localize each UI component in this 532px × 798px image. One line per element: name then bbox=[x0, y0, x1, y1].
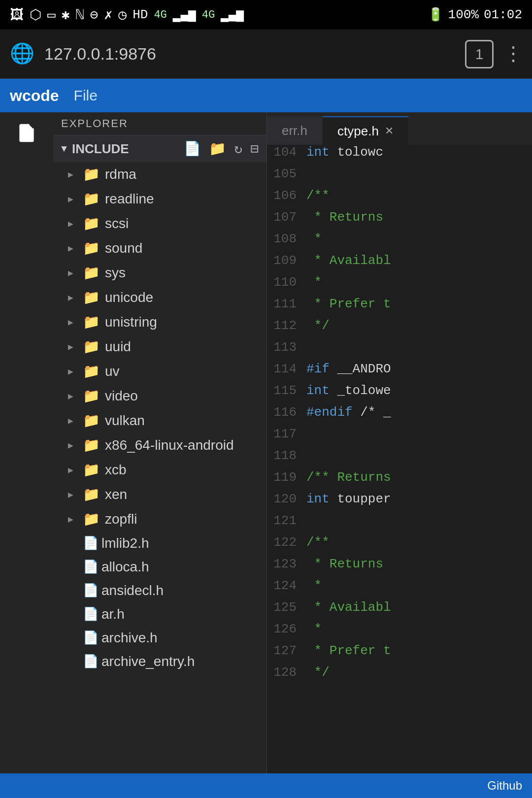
chevron-icon: ▶ bbox=[68, 489, 78, 500]
folder-item-rdma[interactable]: ▶ 📁 rdma bbox=[53, 162, 266, 187]
code-line-109: 109 * Availabl bbox=[267, 253, 532, 275]
status-bar-right: 🔋 100% 01:02 bbox=[428, 7, 522, 23]
chevron-icon: ▶ bbox=[68, 169, 78, 180]
close-icon[interactable]: ✕ bbox=[385, 125, 394, 137]
tablet-icon: ▭ bbox=[47, 6, 56, 23]
file-label: archive_entry.h bbox=[101, 654, 195, 669]
folder-item-x86_64-linux-android[interactable]: ▶ 📁 x86_64-linux-android bbox=[53, 433, 266, 458]
file-item-allocah[interactable]: 📄 alloca.h bbox=[53, 555, 266, 579]
file-tree: ▶ 📁 rdma ▶ 📁 readline ▶ 📁 scsi ▶ 📁 sound… bbox=[53, 162, 266, 773]
folder-item-sys[interactable]: ▶ 📁 sys bbox=[53, 261, 266, 285]
refresh-icon[interactable]: ↻ bbox=[234, 140, 242, 157]
battery-percent: 100% bbox=[448, 7, 479, 22]
code-line-126: 126 * bbox=[267, 622, 532, 643]
code-line-105: 105 bbox=[267, 166, 532, 188]
explorer-icon[interactable] bbox=[16, 122, 37, 150]
include-chevron[interactable]: ▼ bbox=[61, 143, 67, 155]
file-item-lmlib2h[interactable]: 📄 lmlib2.h bbox=[53, 532, 266, 555]
code-line-122: 122 /** bbox=[267, 535, 532, 557]
folder-item-uv[interactable]: ▶ 📁 uv bbox=[53, 359, 266, 384]
folder-label: scsi bbox=[105, 216, 129, 232]
code-editor[interactable]: 104 int tolowc 105 106 /** 107 * Returns… bbox=[267, 145, 532, 773]
explorer-header: EXPLORER bbox=[53, 112, 266, 135]
browser-menu[interactable]: ⋮ bbox=[503, 42, 522, 66]
code-line-110: 110 * bbox=[267, 275, 532, 297]
nfc-icon: ℕ bbox=[76, 6, 84, 23]
code-line-112: 112 */ bbox=[267, 318, 532, 340]
battery-icon: 🔋 bbox=[428, 7, 443, 23]
file-item-archive-entryh[interactable]: 📄 archive_entry.h bbox=[53, 650, 266, 673]
folder-item-vulkan[interactable]: ▶ 📁 vulkan bbox=[53, 408, 266, 433]
include-title: INCLUDE bbox=[72, 141, 179, 157]
code-line-118: 118 bbox=[267, 448, 532, 470]
status-bar-left: 🖼 ⬡ ▭ ✱ ℕ ⊖ ✗ ◷ HD 4G ▂▄▆ 4G ▂▄▆ bbox=[10, 6, 244, 23]
code-line-123: 123 * Returns bbox=[267, 557, 532, 578]
signal-bars: ▂▄▆ bbox=[173, 7, 196, 23]
new-folder-icon[interactable]: 📁 bbox=[209, 140, 226, 157]
tab-label: ctype.h bbox=[337, 124, 379, 139]
new-file-icon[interactable]: 📄 bbox=[184, 140, 201, 157]
folder-item-xcb[interactable]: ▶ 📁 xcb bbox=[53, 458, 266, 482]
folder-icon: 📁 bbox=[83, 191, 100, 207]
folder-label: uuid bbox=[105, 339, 131, 355]
folder-item-unicode[interactable]: ▶ 📁 unicode bbox=[53, 285, 266, 310]
file-icon: 📄 bbox=[83, 630, 97, 646]
file-label: ansidecl.h bbox=[101, 583, 164, 598]
code-line-111: 111 * Prefer t bbox=[267, 297, 532, 318]
tab-count[interactable]: 1 bbox=[465, 40, 494, 68]
chevron-icon: ▶ bbox=[68, 267, 78, 278]
editor-tabs: err.h ctype.h ✕ bbox=[267, 112, 532, 145]
folder-icon: 📁 bbox=[83, 486, 100, 503]
chevron-icon: ▶ bbox=[68, 366, 78, 377]
folder-label: x86_64-linux-android bbox=[105, 437, 234, 453]
folder-label: unicode bbox=[105, 290, 153, 305]
chevron-icon: ▶ bbox=[68, 317, 78, 328]
code-line-119: 119 /** Returns bbox=[267, 470, 532, 492]
usb-icon: ⬡ bbox=[30, 6, 41, 23]
folder-item-uuid[interactable]: ▶ 📁 uuid bbox=[53, 334, 266, 359]
folder-item-scsi[interactable]: ▶ 📁 scsi bbox=[53, 211, 266, 236]
folder-icon: 📁 bbox=[83, 215, 100, 232]
code-line-127: 127 * Prefer t bbox=[267, 643, 532, 665]
folder-label: sound bbox=[105, 240, 142, 256]
folder-label: rdma bbox=[105, 166, 136, 182]
folder-item-unistring[interactable]: ▶ 📁 unistring bbox=[53, 310, 266, 334]
chevron-icon: ▶ bbox=[68, 465, 78, 475]
folder-icon: 📁 bbox=[83, 265, 100, 281]
file-item-ansideclh[interactable]: 📄 ansidecl.h bbox=[53, 579, 266, 602]
folder-item-xen[interactable]: ▶ 📁 xen bbox=[53, 482, 266, 507]
collapse-icon[interactable]: ⊟ bbox=[250, 140, 259, 157]
folder-item-readline[interactable]: ▶ 📁 readline bbox=[53, 187, 266, 211]
alarm-icon: ◷ bbox=[118, 6, 127, 23]
folder-label: uv bbox=[105, 364, 120, 379]
code-line-114: 114 #if __ANDRO bbox=[267, 362, 532, 383]
code-line-121: 121 bbox=[267, 513, 532, 535]
file-icon: 📄 bbox=[83, 559, 97, 575]
tab-errh[interactable]: err.h bbox=[267, 116, 323, 145]
folder-icon: 📁 bbox=[83, 388, 100, 404]
code-line-117: 117 bbox=[267, 427, 532, 448]
folder-label: xen bbox=[105, 487, 127, 502]
no-notif-icon: ⊖ bbox=[90, 6, 99, 23]
file-icon: 📄 bbox=[83, 654, 97, 669]
folder-item-zopfli[interactable]: ▶ 📁 zopfli bbox=[53, 507, 266, 532]
folder-item-video[interactable]: ▶ 📁 video bbox=[53, 384, 266, 408]
app-title: wcode bbox=[10, 87, 59, 105]
folder-item-sound[interactable]: ▶ 📁 sound bbox=[53, 236, 266, 261]
code-line-124: 124 * bbox=[267, 578, 532, 600]
sync-icon: ✗ bbox=[104, 6, 112, 23]
url-bar[interactable]: 127.0.0.1:9876 bbox=[44, 44, 455, 64]
chevron-icon: ▶ bbox=[68, 243, 78, 254]
include-actions: 📄 📁 ↻ ⊟ bbox=[184, 140, 259, 157]
code-line-113: 113 bbox=[267, 340, 532, 362]
bottom-bar: Github bbox=[0, 773, 532, 798]
chevron-icon: ▶ bbox=[68, 415, 78, 426]
tab-ctypeh[interactable]: ctype.h ✕ bbox=[323, 116, 409, 145]
file-item-archiveh[interactable]: 📄 archive.h bbox=[53, 626, 266, 650]
4g-label: 4G bbox=[154, 9, 166, 21]
folder-label: xcb bbox=[105, 462, 127, 478]
folder-icon: 📁 bbox=[83, 338, 100, 355]
file-item-arh[interactable]: 📄 ar.h bbox=[53, 602, 266, 626]
code-line-116: 116 #endif /* _ bbox=[267, 405, 532, 427]
file-menu[interactable]: File bbox=[74, 87, 98, 104]
